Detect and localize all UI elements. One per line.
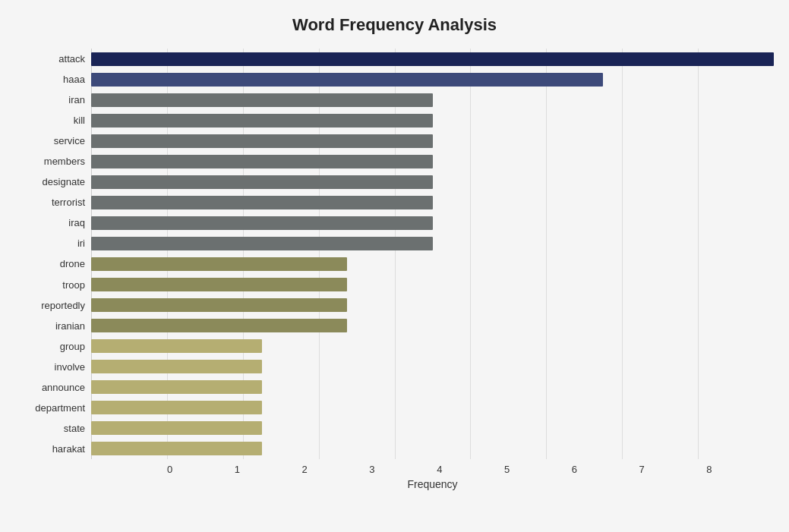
bar	[91, 134, 433, 148]
x-tick: 7	[639, 464, 706, 475]
x-tick: 3	[369, 464, 437, 475]
chart-title: Word Frequency Analysis	[15, 15, 774, 35]
bar	[91, 319, 347, 332]
y-label: announce	[42, 382, 85, 392]
bar	[91, 360, 262, 373]
bar-row	[91, 379, 774, 395]
y-labels: attackhaaairankillservicemembersdesignat…	[15, 49, 91, 459]
bar-row	[91, 215, 774, 231]
bar	[91, 339, 262, 353]
bar-row	[91, 235, 774, 252]
bar	[91, 401, 262, 414]
y-label: state	[64, 423, 85, 433]
bar-row	[91, 317, 774, 334]
bar	[91, 278, 347, 291]
bar	[91, 421, 262, 435]
bar-row	[91, 440, 774, 457]
y-label: iranian	[55, 321, 85, 331]
y-label: reportedly	[41, 301, 85, 310]
bar-row	[91, 256, 774, 272]
y-label: involve	[55, 362, 85, 372]
chart-area: attackhaaairankillservicemembersdesignat…	[15, 49, 774, 459]
y-label: service	[54, 136, 85, 146]
bar-row	[91, 358, 774, 375]
bar	[91, 93, 433, 107]
y-label: group	[60, 342, 85, 351]
y-label: kill	[74, 115, 85, 125]
bar-row	[91, 92, 774, 109]
y-label: department	[35, 403, 85, 413]
bar	[91, 298, 347, 312]
bar-row	[91, 297, 774, 313]
y-label: drone	[60, 259, 85, 269]
y-label: designate	[43, 177, 85, 187]
bar-row	[91, 420, 774, 436]
bar	[91, 73, 603, 87]
bars-and-grid	[91, 49, 774, 459]
bar-row	[91, 399, 774, 416]
bars-wrapper	[91, 49, 774, 459]
x-tick: 1	[235, 464, 302, 475]
bar-row	[91, 133, 774, 150]
x-tick: 0	[167, 464, 235, 475]
bar	[91, 196, 433, 209]
y-label: attack	[58, 54, 85, 64]
bar-row	[91, 174, 774, 190]
y-label: iri	[77, 238, 85, 248]
bar	[91, 52, 774, 66]
y-label: iraq	[68, 218, 85, 228]
x-axis-label: Frequency	[91, 478, 774, 490]
bar-row	[91, 338, 774, 354]
y-label: terrorist	[52, 197, 85, 207]
bar	[91, 442, 262, 455]
bar-row	[91, 112, 774, 129]
bar	[91, 380, 262, 394]
bar-row	[91, 51, 774, 68]
bar	[91, 114, 433, 127]
bar-row	[91, 153, 774, 170]
y-label: harakat	[52, 444, 85, 454]
x-tick: 4	[437, 464, 504, 475]
bar-row	[91, 71, 774, 88]
x-tick: 2	[302, 464, 370, 475]
chart-container: Word Frequency Analysis attackhaaairanki…	[0, 0, 789, 532]
x-axis: 012345678	[167, 459, 774, 475]
bar	[91, 155, 433, 168]
x-tick: 6	[572, 464, 639, 475]
y-label: troop	[62, 280, 85, 290]
bar	[91, 257, 347, 271]
y-label: iran	[68, 95, 85, 105]
bar	[91, 216, 433, 230]
y-label: haaa	[63, 74, 85, 84]
bottom-section: 012345678 Frequency	[91, 459, 774, 490]
bar-row	[91, 276, 774, 293]
y-label: members	[44, 156, 85, 166]
x-tick: 5	[504, 464, 572, 475]
bar-row	[91, 194, 774, 211]
bar	[91, 175, 433, 189]
bar	[91, 237, 433, 250]
x-tick: 8	[706, 464, 774, 475]
